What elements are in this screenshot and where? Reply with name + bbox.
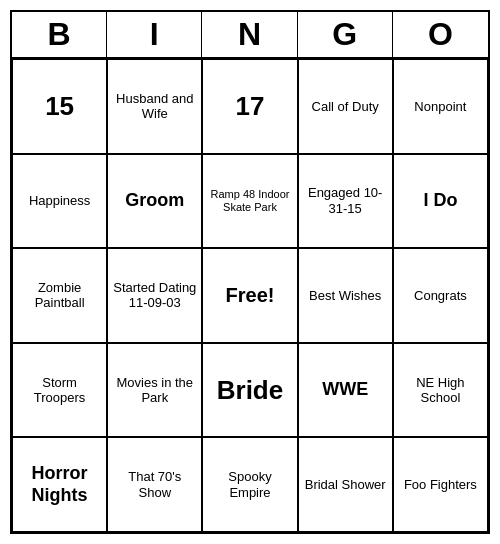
header-letter-b: B: [12, 12, 107, 57]
bingo-cell-19: NE High School: [393, 343, 488, 438]
bingo-cell-23: Bridal Shower: [298, 437, 393, 532]
bingo-cell-7: Ramp 48 Indoor Skate Park: [202, 154, 297, 249]
bingo-cell-12: Free!: [202, 248, 297, 343]
bingo-cell-17: Bride: [202, 343, 297, 438]
bingo-cell-20: Horror Nights: [12, 437, 107, 532]
bingo-cell-21: That 70's Show: [107, 437, 202, 532]
bingo-cell-8: Engaged 10-31-15: [298, 154, 393, 249]
bingo-cell-18: WWE: [298, 343, 393, 438]
bingo-grid: 15Husband and Wife17Call of DutyNonpoint…: [12, 59, 488, 532]
bingo-card: BINGO 15Husband and Wife17Call of DutyNo…: [10, 10, 490, 534]
header-letter-n: N: [202, 12, 297, 57]
bingo-cell-14: Congrats: [393, 248, 488, 343]
bingo-cell-10: Zombie Paintball: [12, 248, 107, 343]
bingo-cell-1: Husband and Wife: [107, 59, 202, 154]
bingo-cell-0: 15: [12, 59, 107, 154]
bingo-cell-4: Nonpoint: [393, 59, 488, 154]
bingo-cell-11: Started Dating 11-09-03: [107, 248, 202, 343]
bingo-cell-22: Spooky Empire: [202, 437, 297, 532]
bingo-cell-6: Groom: [107, 154, 202, 249]
bingo-header: BINGO: [12, 12, 488, 59]
bingo-cell-24: Foo Fighters: [393, 437, 488, 532]
bingo-cell-3: Call of Duty: [298, 59, 393, 154]
bingo-cell-9: I Do: [393, 154, 488, 249]
header-letter-o: O: [393, 12, 488, 57]
bingo-cell-5: Happiness: [12, 154, 107, 249]
bingo-cell-15: Storm Troopers: [12, 343, 107, 438]
header-letter-i: I: [107, 12, 202, 57]
bingo-cell-2: 17: [202, 59, 297, 154]
bingo-cell-13: Best Wishes: [298, 248, 393, 343]
bingo-cell-16: Movies in the Park: [107, 343, 202, 438]
header-letter-g: G: [298, 12, 393, 57]
